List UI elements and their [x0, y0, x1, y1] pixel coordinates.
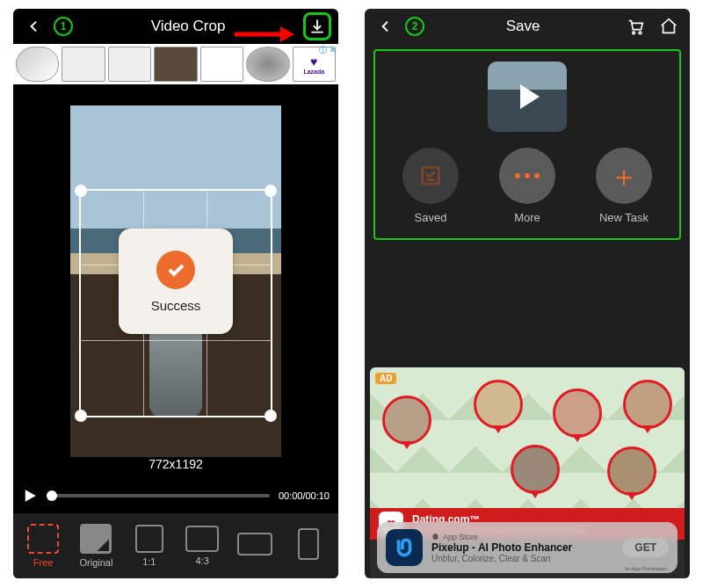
header-left: 1	[20, 12, 73, 40]
header: 2 Save	[365, 9, 690, 44]
step-badge-2: 2	[405, 17, 424, 36]
screen-title: Save	[506, 18, 540, 35]
aspect-ratio-row: Free Original 1:1 4:3	[13, 513, 338, 578]
ratio-icon	[135, 525, 163, 553]
back-button[interactable]	[20, 12, 48, 40]
svg-point-4	[639, 32, 641, 34]
action-new-task[interactable]: ＋ New Task	[596, 148, 652, 224]
ad-banner-strip[interactable]: ♥ Lazada ⓘ ✕	[13, 44, 338, 84]
plus-icon: ＋	[596, 148, 652, 204]
ad-thumb	[62, 47, 105, 82]
ratio-option[interactable]	[230, 533, 279, 559]
ratio-label: 1:1	[142, 556, 156, 567]
ratio-icon	[185, 526, 219, 552]
avatar	[474, 380, 523, 429]
ratio-icon	[80, 524, 112, 554]
avatar	[623, 380, 672, 429]
action-saved[interactable]: Saved	[402, 148, 459, 224]
ratio-label: Original	[80, 557, 113, 568]
ratio-label: Free	[33, 557, 54, 568]
ad-thumb	[108, 47, 151, 82]
app-text: App Store Pixelup - AI Photo Enhancer Un…	[431, 533, 572, 563]
download-button[interactable]	[303, 12, 331, 40]
crop-dimensions-label: 772x1192	[13, 457, 338, 471]
svg-point-3	[633, 32, 635, 34]
iap-label: In-App Purchases	[625, 566, 667, 571]
action-more[interactable]: More	[499, 148, 555, 224]
home-button[interactable]	[655, 12, 683, 40]
ad-panel[interactable]: AD ♥ Dating.com™ Tap into an online dati…	[370, 367, 685, 578]
play-icon	[520, 84, 540, 109]
crop-handle-tr[interactable]	[265, 185, 277, 197]
get-button[interactable]: GET	[622, 538, 669, 557]
ad-thumb	[200, 47, 243, 82]
success-label: Success	[151, 298, 201, 313]
avatar	[607, 446, 656, 496]
ratio-option[interactable]	[284, 528, 333, 563]
playback-bar: 00:00/00:10	[13, 478, 338, 513]
ad-thumb	[16, 47, 59, 82]
success-toast: Success	[119, 229, 233, 334]
cart-button[interactable]	[621, 12, 649, 40]
back-button[interactable]	[372, 12, 400, 40]
ratio-1-1[interactable]: 1:1	[125, 525, 174, 567]
crop-handle-bl[interactable]	[75, 410, 87, 422]
action-label: Saved	[415, 211, 447, 224]
ratio-icon	[27, 524, 59, 554]
crop-handle-br[interactable]	[265, 410, 277, 422]
avatar	[382, 396, 431, 445]
ratio-original[interactable]: Original	[71, 524, 120, 568]
step-badge-1: 1	[54, 17, 73, 36]
video-preview-area: Success 772x1192	[13, 84, 338, 478]
action-label: New Task	[599, 211, 649, 224]
success-check-icon	[156, 250, 195, 289]
header-left: 2	[372, 12, 424, 40]
ratio-icon	[237, 533, 272, 555]
ad-thumb	[246, 47, 289, 82]
action-label: More	[514, 211, 540, 224]
app-icon	[386, 529, 423, 566]
avatar	[511, 445, 560, 494]
screen-title: Video Crop	[151, 18, 226, 35]
appstore-card[interactable]: App Store Pixelup - AI Photo Enhancer Un…	[377, 522, 678, 573]
more-icon	[499, 148, 555, 204]
save-actions-panel: Saved More ＋ New Task	[373, 49, 681, 240]
play-button[interactable]	[22, 488, 38, 504]
ad-thumb	[154, 47, 197, 82]
screen-video-crop: 1 Video Crop ♥ Lazada ⓘ ✕	[13, 9, 338, 578]
ad-badge: AD	[375, 373, 396, 384]
crop-handle-tl[interactable]	[75, 185, 87, 197]
ad-map-bg	[370, 367, 685, 508]
ratio-4-3[interactable]: 4:3	[178, 526, 227, 566]
ratio-free[interactable]: Free	[18, 524, 68, 568]
ad-info-icon[interactable]: ⓘ ✕	[319, 45, 337, 56]
svg-marker-2	[25, 490, 36, 502]
seek-slider[interactable]	[47, 494, 270, 497]
ratio-label: 4:3	[195, 555, 208, 566]
video-preview-thumb[interactable]	[488, 62, 567, 132]
time-label: 00:00/00:10	[279, 490, 330, 501]
saved-icon	[402, 148, 459, 204]
screen-save: 2 Save	[365, 9, 690, 578]
action-row: Saved More ＋ New Task	[382, 148, 672, 224]
header: 1 Video Crop	[13, 9, 338, 44]
ratio-icon	[298, 528, 319, 560]
avatar	[553, 388, 602, 438]
header-right	[621, 12, 683, 40]
seek-thumb[interactable]	[47, 490, 57, 501]
